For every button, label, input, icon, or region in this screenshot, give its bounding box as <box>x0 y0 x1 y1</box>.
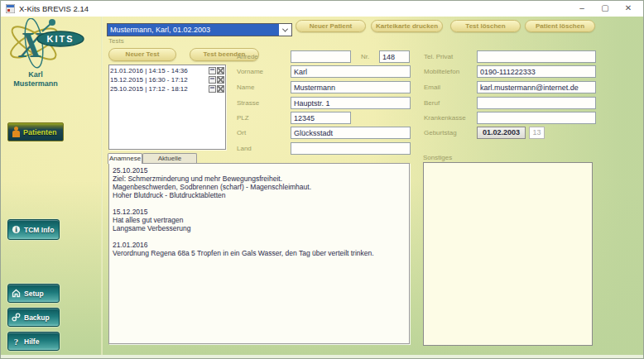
open-test-icon[interactable] <box>209 76 216 84</box>
nr-label: Nr. <box>361 53 369 60</box>
anrede-field[interactable] <box>291 50 351 63</box>
patient-select-value: Mustermann, Karl, 01.02.2003 <box>108 24 279 36</box>
sidebar-item-tcm-info[interactable]: i TCM Info <box>7 219 60 240</box>
test-list-item[interactable]: 25.10.2015 | 17:12 - 18:12 <box>110 84 224 93</box>
person-icon <box>12 127 20 137</box>
geburtstag-field[interactable]: 01.02.2003 <box>477 127 526 139</box>
open-test-icon[interactable] <box>209 85 216 93</box>
logo-badge-text: KITS <box>46 34 74 44</box>
maximize-button[interactable]: ▢ <box>594 1 617 17</box>
mobiltelefon-label: Mobiltelefon <box>424 68 459 75</box>
krankenkasse-field[interactable] <box>477 112 596 124</box>
plz-field[interactable] <box>291 112 351 124</box>
mobiltelefon-field[interactable] <box>477 65 596 78</box>
home-icon <box>12 289 21 298</box>
svg-text:?: ? <box>14 337 19 346</box>
name-field[interactable] <box>291 81 411 93</box>
test-list[interactable]: 21.01.2016 | 14:15 - 14:36 15.12.2015 | … <box>108 65 226 150</box>
land-label: Land <box>237 145 252 152</box>
ort-field[interactable] <box>291 127 411 139</box>
beruf-label: Beruf <box>424 99 440 107</box>
delete-test-icon[interactable] <box>217 67 224 74</box>
tel-privat-field[interactable] <box>477 50 596 63</box>
anamnese-textarea[interactable]: 25.10.2015 Ziel: Schmerzminderung und me… <box>108 163 410 344</box>
minimize-button[interactable]: – <box>570 1 594 17</box>
app-window: X-Kits BREVIS 2.14 – ▢ ✕ X KITS Karl Mus… <box>0 0 644 359</box>
delete-test-icon[interactable] <box>217 85 224 93</box>
anrede-label: Anrede <box>237 53 258 60</box>
test-list-item[interactable]: 15.12.2015 | 16:30 - 17:12 <box>110 75 224 84</box>
sonstiges-textarea[interactable] <box>423 162 593 346</box>
beruf-field[interactable] <box>477 97 596 109</box>
email-field[interactable] <box>477 81 596 93</box>
name-label: Name <box>237 84 254 91</box>
neuer-test-button[interactable]: Neuer Test <box>108 48 176 61</box>
window-bottom-frame <box>1 355 643 358</box>
sidebar-item-setup[interactable]: Setup <box>7 284 60 303</box>
patient-loeschen-button[interactable]: Patient löschen <box>525 20 595 32</box>
tab-anamnese[interactable]: Anamnese <box>108 153 142 164</box>
ort-label: Ort <box>237 129 246 136</box>
plz-label: PLZ <box>237 114 249 122</box>
strasse-field[interactable] <box>291 97 411 109</box>
vorname-label: Vorname <box>237 68 263 75</box>
patient-select[interactable]: Mustermann, Karl, 01.02.2003 <box>107 23 292 36</box>
krankenkasse-label: Krankenkasse <box>424 114 466 122</box>
neuer-patient-button[interactable]: Neuer Patient <box>296 20 366 32</box>
test-list-item[interactable]: 21.01.2016 | 14:15 - 14:36 <box>110 66 224 75</box>
chevron-down-icon[interactable] <box>279 24 291 36</box>
email-label: Email <box>424 84 440 91</box>
vorname-field[interactable] <box>291 65 411 78</box>
tests-section-label: Tests <box>108 37 124 45</box>
strasse-label: Strasse <box>237 99 259 107</box>
xkits-logo: X KITS <box>6 18 99 71</box>
test-loeschen-button[interactable]: Test löschen <box>450 20 521 32</box>
sidebar-divider <box>101 17 103 355</box>
info-icon: i <box>12 225 21 234</box>
window-title: X-Kits BREVIS 2.14 <box>19 4 89 13</box>
close-button[interactable]: ✕ <box>617 1 640 17</box>
sidebar-patient-name: Karl Mustermann <box>2 70 69 89</box>
karteikarte-drucken-button[interactable]: Karteikarte drucken <box>371 20 443 32</box>
sonstiges-label: Sonstiges <box>423 154 452 161</box>
tel-privat-label: Tel. Privat <box>424 53 453 60</box>
land-field[interactable] <box>291 142 411 155</box>
sidebar-item-backup[interactable]: Backup <box>7 308 60 327</box>
sidebar-item-patienten[interactable]: Patienten <box>7 122 64 141</box>
app-icon <box>6 4 15 13</box>
age-field: 13 <box>529 127 545 139</box>
delete-test-icon[interactable] <box>217 76 224 84</box>
title-bar: X-Kits BREVIS 2.14 – ▢ ✕ <box>1 1 643 17</box>
question-icon: ? <box>12 337 21 346</box>
svg-text:X: X <box>17 25 45 65</box>
sidebar-item-hilfe[interactable]: ? Hilfe <box>7 332 60 351</box>
geburtstag-label: Geburtstag <box>424 129 457 136</box>
nr-field[interactable] <box>379 50 410 63</box>
key-icon <box>12 313 21 322</box>
open-test-icon[interactable] <box>209 67 216 74</box>
